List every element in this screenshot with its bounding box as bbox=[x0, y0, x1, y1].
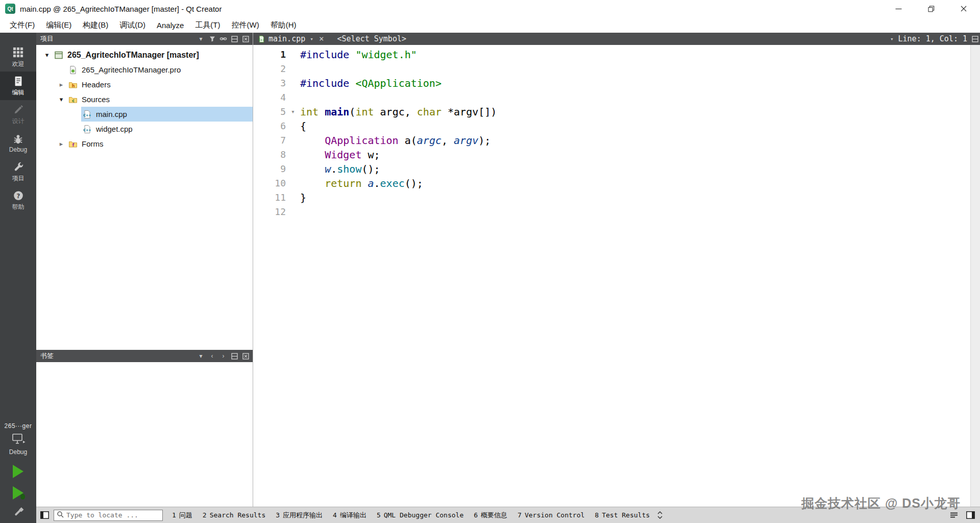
code-text[interactable]: { bbox=[300, 119, 970, 133]
split-pane-icon[interactable] bbox=[231, 35, 238, 43]
menu-item[interactable]: 工具(T) bbox=[189, 18, 226, 32]
output-pane-button[interactable]: 3应用程序输出 bbox=[276, 511, 323, 520]
minimize-button[interactable] bbox=[882, 0, 915, 17]
tree-indent bbox=[36, 55, 41, 55]
tree-item-body[interactable]: C++main.cpp bbox=[81, 107, 253, 122]
code-editor[interactable]: 1#include "widget.h"23#include <QApplica… bbox=[253, 45, 970, 507]
tree-item-body[interactable]: hHeaders bbox=[67, 77, 253, 92]
code-token: #include bbox=[300, 49, 355, 61]
code-text[interactable] bbox=[300, 90, 970, 105]
menu-item[interactable]: Analyze bbox=[151, 19, 189, 32]
tree-item-body[interactable]: fForms bbox=[67, 136, 253, 151]
code-token: *argv[]) bbox=[442, 106, 497, 118]
output-pane-button[interactable]: 4编译输出 bbox=[333, 511, 366, 520]
open-document-selector[interactable]: main.cpp bbox=[268, 34, 305, 43]
build-button[interactable] bbox=[10, 506, 27, 521]
tree-row[interactable]: ▸fForms bbox=[36, 136, 253, 151]
previous-bookmark-icon[interactable]: ‹ bbox=[208, 352, 216, 360]
code-text[interactable]: #include <QApplication> bbox=[300, 76, 970, 90]
tree-item-body[interactable]: cSources bbox=[67, 92, 253, 107]
tree-expand-icon[interactable]: ▸ bbox=[56, 81, 67, 88]
tree-expand-icon[interactable]: ▾ bbox=[41, 51, 53, 59]
close-button[interactable] bbox=[947, 0, 980, 17]
menu-item[interactable]: 编辑(E) bbox=[40, 18, 77, 32]
code-text[interactable]: Widget w; bbox=[300, 148, 970, 162]
mode-item-edit[interactable]: 编辑 bbox=[0, 72, 36, 100]
code-text[interactable]: return a.exec(); bbox=[300, 176, 970, 191]
code-text[interactable]: QApplication a(argc, argv); bbox=[300, 133, 970, 148]
symbol-selector[interactable]: <Select Symbol> bbox=[337, 34, 406, 43]
code-token: } bbox=[300, 192, 306, 204]
editor-toolbar: C++ main.cpp ▾ × <Select Symbol> ▾ Line:… bbox=[253, 33, 980, 45]
mode-item-design: 设计 bbox=[0, 100, 36, 129]
close-document-icon[interactable]: × bbox=[319, 35, 324, 43]
mode-item-wrench[interactable]: 项目 bbox=[0, 157, 36, 186]
output-pane-button[interactable]: 1问题 bbox=[172, 511, 192, 520]
svg-text:C++: C++ bbox=[258, 38, 264, 41]
output-pane-button[interactable]: 6概要信息 bbox=[474, 511, 507, 520]
editor-scrollbar[interactable] bbox=[970, 45, 980, 507]
code-token: int bbox=[300, 106, 318, 118]
menu-item[interactable]: 构建(B) bbox=[77, 18, 114, 32]
search-icon bbox=[57, 510, 64, 520]
code-text[interactable]: } bbox=[300, 191, 970, 205]
toggle-left-sidebar-icon[interactable] bbox=[40, 511, 49, 519]
split-pane-icon[interactable] bbox=[231, 352, 238, 360]
tree-item-body[interactable]: 265_AgritechIoTManager.pro bbox=[67, 62, 253, 77]
close-pane-icon[interactable] bbox=[242, 352, 250, 360]
kit-selector-button[interactable] bbox=[11, 433, 26, 447]
output-panes-arrows-icon[interactable] bbox=[657, 511, 663, 519]
output-pane-button[interactable]: 7Version Control bbox=[518, 511, 584, 519]
mode-item-grid[interactable]: 欢迎 bbox=[0, 43, 36, 72]
code-text[interactable] bbox=[300, 62, 970, 76]
output-pane-button[interactable]: 8Test Results bbox=[595, 511, 650, 519]
tree-item-body[interactable]: 265_AgritechIoTManager [master] bbox=[53, 47, 253, 62]
next-bookmark-icon[interactable]: › bbox=[219, 352, 227, 360]
tree-expand-icon[interactable]: ▸ bbox=[56, 140, 67, 148]
output-pane-number: 6 bbox=[474, 511, 478, 519]
run-button[interactable] bbox=[10, 463, 27, 480]
tree-row[interactable]: ▸hHeaders bbox=[36, 77, 253, 92]
fold-marker-icon[interactable]: ▾ bbox=[286, 105, 300, 119]
tree-indent bbox=[36, 99, 56, 100]
mode-item-bug[interactable]: Debug bbox=[0, 129, 36, 157]
code-text[interactable]: w.show(); bbox=[300, 162, 970, 176]
tree-row[interactable]: C++main.cpp bbox=[36, 107, 253, 122]
progress-details-icon[interactable] bbox=[950, 512, 958, 518]
menu-item[interactable]: 帮助(H) bbox=[265, 18, 302, 32]
close-pane-icon[interactable] bbox=[242, 35, 250, 43]
mode-item-help[interactable]: ?帮助 bbox=[0, 186, 36, 215]
tree-row[interactable]: 265_AgritechIoTManager.pro bbox=[36, 62, 253, 77]
code-text[interactable]: int main(int argc, char *argv[]) bbox=[300, 105, 970, 119]
tree-indent bbox=[36, 69, 56, 70]
menu-item[interactable]: 文件(F) bbox=[4, 18, 40, 32]
tree-row[interactable]: ▾cSources bbox=[36, 92, 253, 107]
document-dropdown-icon[interactable]: ▾ bbox=[310, 36, 313, 42]
kit-area: 265···ger Debug bbox=[0, 422, 36, 523]
split-editor-icon[interactable] bbox=[972, 36, 978, 42]
output-pane-label: Version Control bbox=[525, 511, 584, 519]
pane-dropdown-icon[interactable]: ▾ bbox=[197, 352, 205, 360]
device-icon bbox=[11, 433, 26, 447]
tree-expand-icon[interactable]: ▾ bbox=[56, 96, 67, 103]
filter-icon[interactable] bbox=[208, 35, 216, 43]
toggle-right-sidebar-icon[interactable] bbox=[966, 511, 975, 519]
line-number: 9 bbox=[253, 162, 286, 176]
debug-run-button[interactable] bbox=[10, 484, 27, 502]
toolbar-overflow-icon[interactable]: ▾ bbox=[890, 36, 894, 42]
tree-row[interactable]: C++widget.cpp bbox=[36, 122, 253, 136]
pane-dropdown-icon[interactable]: ▾ bbox=[197, 35, 205, 43]
code-text[interactable] bbox=[300, 205, 970, 219]
locator-input[interactable]: Type to locate ... bbox=[54, 510, 163, 521]
menu-item[interactable]: 控件(W) bbox=[226, 18, 265, 32]
restore-button[interactable] bbox=[915, 0, 947, 17]
code-text[interactable]: #include "widget.h" bbox=[300, 47, 970, 62]
sync-with-editor-icon[interactable] bbox=[219, 35, 227, 43]
menu-item[interactable]: 调试(D) bbox=[114, 18, 151, 32]
output-pane-button[interactable]: 5QML Debugger Console bbox=[377, 511, 463, 519]
output-pane-button[interactable]: 2Search Results bbox=[203, 511, 265, 519]
tree-item-label: 265_AgritechIoTManager.pro bbox=[82, 65, 181, 74]
tree-item-body[interactable]: C++widget.cpp bbox=[81, 122, 253, 136]
tree-row[interactable]: ▾265_AgritechIoTManager [master] bbox=[36, 47, 253, 62]
qt-creator-window: Qt main.cpp @ 265_AgritechIoTManager [ma… bbox=[0, 0, 980, 523]
